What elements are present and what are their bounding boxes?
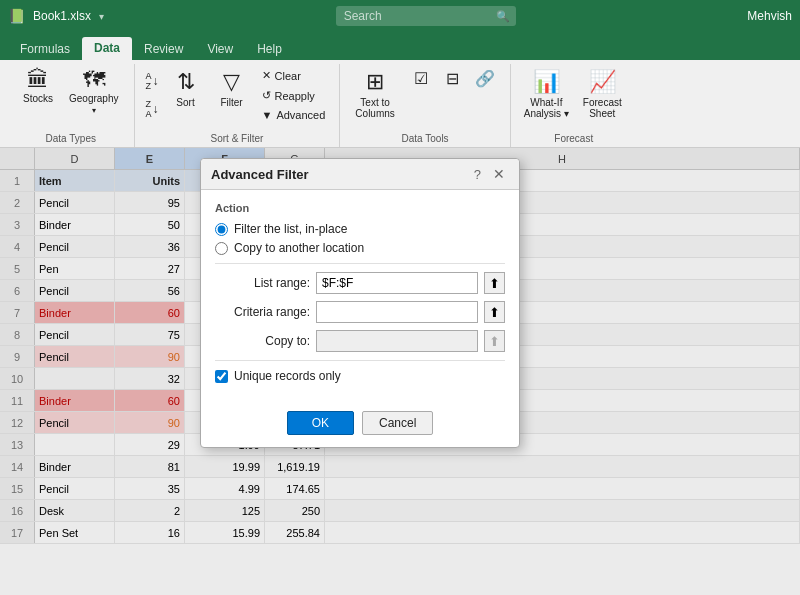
text-to-columns-button[interactable]: ⊞ Text toColumns xyxy=(348,64,401,124)
ribbon-group-sort-filter-items: AZ ↓ ZA ↓ ⇅ Sort ▽ Filter ✕ xyxy=(143,64,332,130)
ok-button[interactable]: OK xyxy=(287,411,354,435)
cancel-button[interactable]: Cancel xyxy=(362,411,433,435)
radio-copy-to-location[interactable]: Copy to another location xyxy=(215,241,505,255)
criteria-range-button[interactable]: ⬆ xyxy=(484,301,505,323)
consolidate-button[interactable]: ⊟ xyxy=(438,66,468,91)
dialog-footer: OK Cancel xyxy=(201,403,519,447)
ribbon-group-forecast-label: Forecast xyxy=(519,130,629,147)
ribbon-group-sort-filter: AZ ↓ ZA ↓ ⇅ Sort ▽ Filter ✕ xyxy=(135,64,341,147)
sort-arrows: AZ ↓ ZA ↓ xyxy=(143,64,162,122)
stocks-icon: 🏛 xyxy=(27,69,49,91)
forecast-sheet-label: ForecastSheet xyxy=(583,97,622,119)
text-to-columns-icon: ⊞ xyxy=(366,69,384,95)
filter-button[interactable]: ▽ Filter xyxy=(210,64,254,113)
ribbon-group-data-tools-label: Data Tools xyxy=(348,130,501,147)
data-tools-icons: ☑ ⊟ 🔗 xyxy=(404,64,502,93)
title-bar-left: 📗 Book1.xlsx ▾ xyxy=(8,8,104,24)
list-range-label: List range: xyxy=(215,276,310,290)
data-validation-button[interactable]: ☑ xyxy=(406,66,436,91)
forecast-sheet-icon: 📈 xyxy=(589,69,616,95)
ribbon-group-sort-filter-label: Sort & Filter xyxy=(143,130,332,147)
dialog-body: Action Filter the list, in-place Copy to… xyxy=(201,190,519,403)
reapply-icon: ↺ xyxy=(262,89,271,102)
filter-label: Filter xyxy=(220,97,242,108)
text-to-columns-label: Text toColumns xyxy=(355,97,394,119)
list-range-row: List range: ⬆ xyxy=(215,272,505,294)
sort-button[interactable]: ⇅ Sort xyxy=(164,64,208,113)
advanced-icon: ▼ xyxy=(262,109,273,121)
copy-to-row: Copy to: ⬆ xyxy=(215,330,505,352)
search-input[interactable] xyxy=(336,6,516,26)
radio-copy-to-location-input[interactable] xyxy=(215,242,228,255)
dialog-titlebar-right: ? ✕ xyxy=(474,165,509,183)
dialog-title: Advanced Filter xyxy=(211,167,309,182)
clear-button[interactable]: ✕ Clear xyxy=(256,66,332,85)
clear-label: Clear xyxy=(275,70,301,82)
dialog-help-button[interactable]: ? xyxy=(474,167,481,182)
search-wrapper: 🔍 xyxy=(336,6,516,26)
sort-za-arrow: ↓ xyxy=(153,102,159,116)
dialog-divider2 xyxy=(215,360,505,361)
consolidate-icon: ⊟ xyxy=(446,69,459,88)
ribbon-group-forecast-items: 📊 What-IfAnalysis ▾ 📈 ForecastSheet xyxy=(519,64,629,130)
data-validation-icon: ☑ xyxy=(414,69,428,88)
radio-filter-in-place[interactable]: Filter the list, in-place xyxy=(215,222,505,236)
ribbon: 🏛 Stocks 🗺 Geography ▾ Data Types AZ ↓ xyxy=(0,60,800,148)
tab-review[interactable]: Review xyxy=(132,38,195,60)
title-bar: 📗 Book1.xlsx ▾ 🔍 Mehvish xyxy=(0,0,800,32)
search-icon: 🔍 xyxy=(496,10,510,23)
relationships-icon: 🔗 xyxy=(475,69,495,88)
what-if-analysis-button[interactable]: 📊 What-IfAnalysis ▾ xyxy=(519,64,574,124)
ribbon-group-data-types: 🏛 Stocks 🗺 Geography ▾ Data Types xyxy=(8,64,135,147)
tab-view[interactable]: View xyxy=(195,38,245,60)
what-if-label: What-IfAnalysis ▾ xyxy=(524,97,569,119)
dialog-close-button[interactable]: ✕ xyxy=(489,165,509,183)
clear-icon: ✕ xyxy=(262,69,271,82)
list-range-button[interactable]: ⬆ xyxy=(484,272,505,294)
ribbon-group-data-tools: ⊞ Text toColumns ☑ ⊟ 🔗 Data Tools xyxy=(340,64,510,147)
criteria-range-label: Criteria range: xyxy=(215,305,310,319)
copy-to-button[interactable]: ⬆ xyxy=(484,330,505,352)
stocks-button[interactable]: 🏛 Stocks xyxy=(16,64,60,109)
criteria-range-input[interactable] xyxy=(316,301,478,323)
list-range-input[interactable] xyxy=(316,272,478,294)
unique-records-label: Unique records only xyxy=(234,369,341,383)
geography-dropdown-icon: ▾ xyxy=(92,106,96,115)
advanced-label: Advanced xyxy=(276,109,325,121)
radio-filter-in-place-input[interactable] xyxy=(215,223,228,236)
sort-label: Sort xyxy=(176,97,194,108)
az-label: AZ xyxy=(146,71,152,91)
ribbon-filter-small-group: ✕ Clear ↺ Reapply ▼ Advanced xyxy=(256,64,332,126)
sort-az-arrow: ↓ xyxy=(153,74,159,88)
advanced-filter-dialog: Advanced Filter ? ✕ Action Filter the li… xyxy=(200,158,520,448)
spreadsheet-area: D E F G H 1 Item Units UnitCost 2 Pencil… xyxy=(0,148,800,595)
file-icon: 📗 xyxy=(8,8,25,24)
ribbon-group-data-types-items: 🏛 Stocks 🗺 Geography ▾ xyxy=(16,64,126,130)
dialog-titlebar: Advanced Filter ? ✕ xyxy=(201,159,519,190)
dialog-overlay: Advanced Filter ? ✕ Action Filter the li… xyxy=(0,148,800,595)
radio-filter-in-place-label: Filter the list, in-place xyxy=(234,222,347,236)
geography-icon: 🗺 xyxy=(83,69,105,91)
forecast-sheet-button[interactable]: 📈 ForecastSheet xyxy=(576,64,629,124)
copy-to-input[interactable] xyxy=(316,330,478,352)
relationships-button[interactable]: 🔗 xyxy=(470,66,500,91)
reapply-button[interactable]: ↺ Reapply xyxy=(256,86,332,105)
tab-data[interactable]: Data xyxy=(82,37,132,60)
geography-button[interactable]: 🗺 Geography ▾ xyxy=(62,64,125,120)
title-bar-center: 🔍 xyxy=(104,6,747,26)
sort-icon: ⇅ xyxy=(177,69,195,95)
tab-formulas[interactable]: Formulas xyxy=(8,38,82,60)
unique-records-row[interactable]: Unique records only xyxy=(215,369,505,383)
stocks-label: Stocks xyxy=(23,93,53,104)
tab-help[interactable]: Help xyxy=(245,38,294,60)
sort-az-button[interactable]: AZ ↓ xyxy=(143,68,162,94)
advanced-button[interactable]: ▼ Advanced xyxy=(256,106,332,124)
what-if-icon: 📊 xyxy=(533,69,560,95)
unique-records-checkbox[interactable] xyxy=(215,370,228,383)
radio-copy-to-location-label: Copy to another location xyxy=(234,241,364,255)
dialog-action-label: Action xyxy=(215,202,505,214)
criteria-range-row: Criteria range: ⬆ xyxy=(215,301,505,323)
copy-to-label: Copy to: xyxy=(215,334,310,348)
za-label: ZA xyxy=(146,99,152,119)
sort-za-button[interactable]: ZA ↓ xyxy=(143,96,162,122)
